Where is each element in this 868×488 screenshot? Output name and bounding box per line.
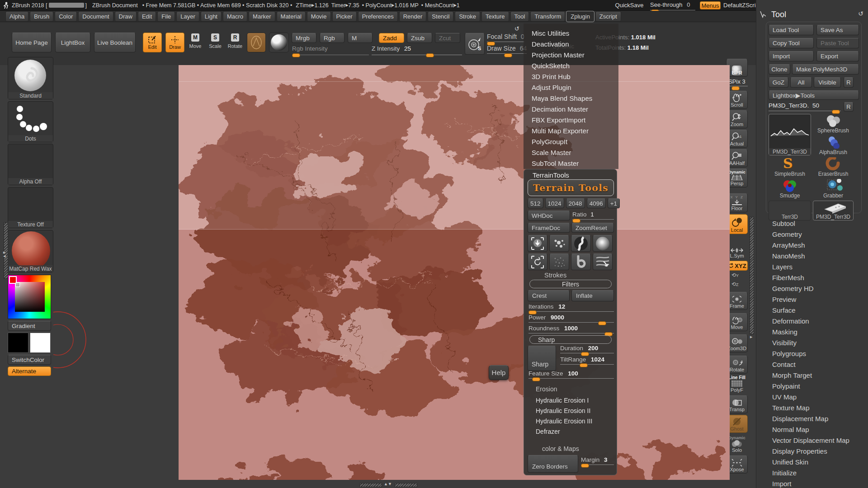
zplugin-menu-item[interactable]: SubTool Master [524,158,618,169]
menu-item[interactable]: Stroke [455,11,480,22]
menu-item[interactable]: Marker [249,11,275,22]
resolution-button[interactable]: 2048 [566,198,585,208]
stroke-blob-button[interactable] [571,253,591,270]
resolution-button[interactable]: 4096 [587,198,606,208]
tool-subpalette-item[interactable]: ArrayMesh [772,240,865,251]
make-polymesh3d-button[interactable]: Make PolyMesh3D [792,64,859,75]
zcut-button[interactable]: Zcut [435,33,460,43]
current-tool-thumbnail[interactable]: PM3D_Terr3D [769,114,811,155]
shelf-reset-icon[interactable]: ↺ [514,25,519,32]
menu-item[interactable]: Stencil [428,11,453,22]
menu-item[interactable]: Material [277,11,306,22]
menu-item[interactable]: Movie [307,11,331,22]
rgb-intensity-slider[interactable]: Rgb Intensity [292,45,328,52]
active-tool-knob[interactable] [832,110,840,114]
main-color-swatch[interactable] [8,333,28,353]
lightbox-button[interactable]: LightBox [55,33,90,52]
menu-item[interactable]: Brush [30,11,53,22]
stroke-picker-button[interactable]: S [465,33,485,55]
y-rotate-button[interactable]: ⟲Y [731,272,739,278]
menu-item[interactable]: Light [201,11,222,22]
tool-subpalette-item[interactable]: FiberMesh [772,272,865,283]
menu-item[interactable]: Document [78,11,113,22]
default-zscript-button[interactable]: DefaultZScript [723,2,760,9]
material-picker[interactable]: MatCap Red Wax [8,230,53,272]
roundness-slider[interactable]: Roundness 1000 [528,325,614,333]
menus-button[interactable]: Menus [700,1,721,9]
menu-item[interactable]: Picker [332,11,357,22]
tool-r-button[interactable]: R [844,102,854,112]
xyz-rotate-button[interactable]: XYZ [727,261,748,271]
switchcolor-button[interactable]: SwitchColor [8,355,51,365]
scale-button[interactable]: S Scale [206,33,224,52]
zadd-button[interactable]: Zadd [379,33,404,43]
smudge-thumbnail[interactable]: Smudge [769,179,811,199]
stroke-terrace-button[interactable] [593,253,613,270]
rotate-button[interactable]: R Rotate [226,33,244,52]
clone-button[interactable]: Clone [769,64,790,75]
spix-knob[interactable] [731,86,740,90]
color-picker[interactable] [8,275,51,319]
zplugin-menu-item[interactable]: PolyGroupIt [524,136,618,147]
copy-tool-button[interactable]: Copy Tool [769,38,814,48]
tool-subpalette-item[interactable]: Geometry HD [772,283,865,294]
seethrough-slider[interactable]: See-through 0 [650,1,695,10]
feature-size-slider[interactable]: Feature Size 100 [528,370,614,379]
sharp-section-header[interactable]: Sharp [529,335,612,344]
mrgb-button[interactable]: Mrgb [292,33,316,43]
zplugin-menu-item[interactable]: Projection Master [524,50,618,61]
erosion-item[interactable]: Hydraulic Erosion II [536,406,613,416]
rgb-intensity-knob[interactable] [292,53,300,57]
stroke-picker-dots[interactable]: Dots [8,101,53,142]
menu-item[interactable]: Transform [530,11,565,22]
quicksave-button[interactable]: QuickSave [611,2,647,9]
zsub-button[interactable]: Zsub [407,33,432,43]
tool-subpalette-item[interactable]: Surface [772,305,865,316]
draw-button[interactable]: Draw [165,33,184,52]
whdoc-button[interactable]: WHDoc [528,211,570,221]
import-button[interactable]: Import [769,51,814,61]
gradient-button[interactable]: Gradient [8,321,51,331]
z-intensity-knob[interactable] [426,53,434,57]
m-button[interactable]: M [348,33,373,43]
export-button[interactable]: Export [816,51,859,61]
zplugin-menu-item[interactable]: FBX ExportImport [524,115,618,126]
tool-subpalette-item[interactable]: Geometry [772,229,865,240]
draw-size-knob[interactable] [504,53,512,57]
zero-borders-button[interactable]: Zero Borders [528,455,578,473]
tool-subpalette-item[interactable]: Preview [772,294,865,305]
active-tool-slider[interactable]: PM3D_Terr3D. 50 [769,102,841,111]
iterations-slider[interactable]: Iterations 12 [528,303,614,312]
zplugin-menu-item[interactable]: Adjust Plugin [524,82,618,93]
material-sphere-button[interactable] [269,33,289,52]
tool-subpalette-item[interactable]: Subtool [772,218,865,229]
terrain-tools-menu-item[interactable]: TerrainTools [524,169,617,180]
tool-subpalette-item[interactable]: Morph Target [772,370,865,381]
pm3d-terr3d-thumbnail[interactable]: PM3D_Terr3D [813,201,854,221]
menu-item[interactable]: File [157,11,175,22]
menu-item[interactable]: Macro [223,11,247,22]
erosion-item[interactable]: Defrazer [536,427,613,437]
erosion-item[interactable]: Hydraulic Erosion I [536,395,613,406]
tool-subpalette-item[interactable]: Contact [772,359,865,370]
rgb-button[interactable]: Rgb [320,33,344,43]
zplugin-menu-item[interactable]: Deactivation [524,39,618,50]
save-as-button[interactable]: Save As [816,25,859,35]
resolution-button[interactable]: +1 [608,198,620,208]
live-boolean-button[interactable]: Live Boolean [94,33,136,52]
zoomreset-button[interactable]: ZoomReset [571,223,614,233]
z-intensity-slider[interactable]: Z Intensity 25 [372,45,411,52]
tool-subpalette-item[interactable]: Polygroups [772,348,865,359]
feature-size-knob[interactable] [532,377,540,381]
help-button[interactable]: Help [489,365,509,380]
menu-item[interactable]: Render [399,11,427,22]
texture-swatch-button[interactable] [247,33,266,52]
right-strip-scrollbar[interactable] [750,217,754,334]
stroke-dragrect-button[interactable] [528,235,547,252]
goz-button[interactable]: GoZ [769,77,788,88]
stroke-dome-button[interactable] [593,235,613,252]
tool-subpalette-item[interactable]: NanoMesh [772,251,865,262]
zplugin-menu-item[interactable]: Misc Utilities [524,28,618,39]
bottom-scrollbar-arrows[interactable]: ▲▼ [384,482,392,486]
resolution-button[interactable]: 512 [528,198,543,208]
